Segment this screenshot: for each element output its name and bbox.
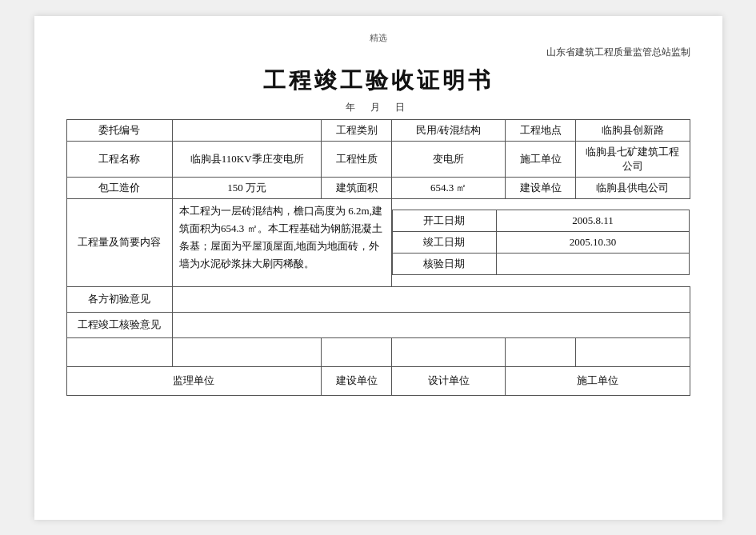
table-row-8: 监理单位 建设单位 设计单位 施工单位 (66, 366, 690, 395)
cell-jiansheidanwei2 (322, 337, 392, 366)
dates-table: 开工日期 2005.8.11 竣工日期 2005.10.30 核验日期 (392, 210, 690, 275)
table-row-5: 各方初验意见 (66, 286, 690, 312)
cell-heyan-label: 核验日期 (392, 254, 496, 275)
cell-gongchengmingcheng-label: 工程名称 (66, 141, 173, 177)
cell-bottom-shigongdanwei: 施工单位 (506, 366, 690, 395)
main-title: 工程竣工验收证明书 (66, 66, 690, 96)
cell-gongchengjungongheyan-value (173, 312, 690, 337)
cell-gongchengxingzhi-label: 工程性质 (322, 141, 392, 177)
table-row-3: 包工造价 150 万元 建筑面积 654.3 ㎡ 建设单位 临朐县供电公司 (66, 177, 690, 198)
cell-gongchengxingzhi-value: 变电所 (391, 141, 505, 177)
cell-bottom-jianlidanwei: 监理单位 (66, 366, 322, 395)
cell-kaigong-value: 2005.8.11 (496, 210, 689, 232)
page: 精选 山东省建筑工程质量监管总站监制 工程竣工验收证明书 年 月 日 委托编号 … (34, 16, 722, 520)
cell-baogongzaojia-value: 150 万元 (173, 177, 322, 198)
cell-gongchengmingcheng-value: 临朐县110KV季庄变电所 (173, 141, 322, 177)
main-table: 委托编号 工程类别 民用/砖混结构 工程地点 临朐县创新路 工程名称 临朐县11… (66, 119, 690, 396)
cell-bottom-shejidanwei: 设计单位 (391, 366, 505, 395)
date-row-kaigong: 开工日期 2005.8.11 (392, 210, 689, 232)
cell-jiansheidanwei-label: 建设单位 (506, 177, 576, 198)
cell-shigongdanwei-value: 临朐县七矿建筑工程公司 (576, 141, 690, 177)
cell-jungong-value: 2005.10.30 (496, 232, 689, 254)
cell-jiansheidanwei2-value (391, 337, 505, 366)
cell-dates-container: 开工日期 2005.8.11 竣工日期 2005.10.30 核验日期 (391, 198, 690, 286)
date-row-heyan: 核验日期 (392, 254, 689, 275)
cell-jianlidanwei-value (173, 337, 322, 366)
authority-text: 山东省建筑工程质量监管总站监制 (66, 46, 690, 59)
cell-shejidanwei-value (576, 337, 690, 366)
table-row-7 (66, 337, 690, 366)
cell-jiansheidanwei-value: 临朐县供电公司 (576, 177, 690, 198)
date-row: 年 月 日 (66, 101, 690, 114)
table-row-1: 委托编号 工程类别 民用/砖混结构 工程地点 临朐县创新路 (66, 119, 690, 141)
top-label: 精选 (66, 32, 690, 44)
table-row-6: 工程竣工核验意见 (66, 312, 690, 337)
cell-baogongzaojia-label: 包工造价 (66, 177, 173, 198)
cell-gongchengdidian-value: 临朐县创新路 (576, 119, 690, 141)
cell-jianzhimianjie-label: 建筑面积 (322, 177, 392, 198)
cell-weituobianhao-value (173, 119, 322, 141)
cell-jungong-label: 竣工日期 (392, 232, 496, 254)
cell-shigongdanwei-label: 施工单位 (506, 141, 576, 177)
cell-gonglingleibei-label: 工程类别 (322, 119, 392, 141)
cell-gongchengjungongheyan-label: 工程竣工核验意见 (66, 312, 173, 337)
cell-gongchengliang-label: 工程量及简要内容 (66, 198, 173, 286)
date-row-jungong: 竣工日期 2005.10.30 (392, 232, 689, 254)
cell-bottom-jiansheidanwei: 建设单位 (322, 366, 392, 395)
cell-description: 本工程为一层砖混结构，檐口高度为 6.2m,建筑面积为654.3 ㎡。本工程基础… (173, 198, 392, 286)
table-row-2: 工程名称 临朐县110KV季庄变电所 工程性质 变电所 施工单位 临朐县七矿建筑… (66, 141, 690, 177)
cell-gufangchuyanyijian-value (173, 286, 690, 312)
cell-weituobianhao-label: 委托编号 (66, 119, 173, 141)
cell-gufangchuyanyijian-label: 各方初验意见 (66, 286, 173, 312)
cell-heyan-value (496, 254, 689, 275)
cell-shejidanwei (506, 337, 576, 366)
cell-gongchengdidian-label: 工程地点 (506, 119, 576, 141)
cell-jianlidanwei (66, 337, 173, 366)
cell-gongchengleibie-value: 民用/砖混结构 (391, 119, 505, 141)
cell-kaigong-label: 开工日期 (392, 210, 496, 232)
table-row-4: 工程量及简要内容 本工程为一层砖混结构，檐口高度为 6.2m,建筑面积为654.… (66, 198, 690, 286)
cell-jianzhimianjie-value: 654.3 ㎡ (391, 177, 505, 198)
